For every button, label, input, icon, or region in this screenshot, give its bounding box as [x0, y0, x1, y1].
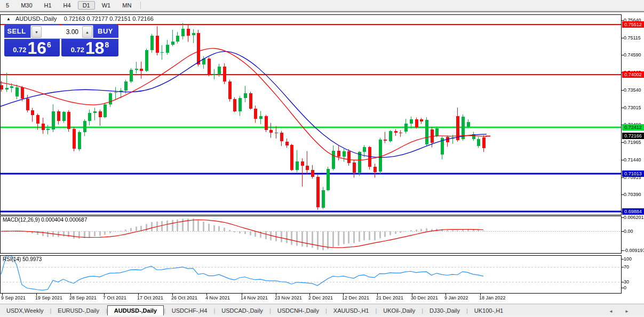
- price-axis-tick: 0.71440: [624, 157, 641, 162]
- volume-input[interactable]: [42, 26, 82, 38]
- symbol-tab-usdchf-h4[interactable]: USDCHF-,H4: [165, 306, 214, 316]
- symbol-tab-usdcad-daily[interactable]: USDCAD-,Daily: [215, 306, 269, 316]
- date-axis-label: 14 Nov 2021: [241, 295, 268, 300]
- price-axis-tick: 0.71965: [624, 140, 641, 145]
- buy-price: 0.72 18 8: [61, 38, 118, 56]
- level-price-label: 0.72412: [622, 124, 644, 131]
- symbol-tab-eurusd-daily[interactable]: EURUSD-,Daily: [51, 306, 106, 316]
- rsi-axis-tick: 70: [624, 264, 629, 270]
- timeframe-button-w1[interactable]: W1: [97, 1, 116, 10]
- symbol-tab-ukoil-daily[interactable]: UKOil-,Daily: [377, 306, 422, 316]
- chart-ohlc-values: 0.72163 0.72177 0.72151 0.72166: [64, 15, 154, 22]
- date-axis-label: 26 Oct 2021: [171, 295, 197, 300]
- sell-price-pipette: 6: [47, 40, 51, 49]
- macd-axis-tick: -0.009197: [624, 248, 644, 253]
- sell-price: 0.72 16 6: [4, 38, 60, 56]
- rsi-axis-tick: 30: [624, 279, 629, 285]
- symbol-tab-bar: USDX,Weekly|EURUSD-,Daily|AUDUSD-,Daily|…: [0, 304, 644, 316]
- macd-axis-tick: 0.00: [624, 229, 633, 234]
- date-axis-label: 18 Jan 2022: [479, 295, 506, 300]
- volume-decrease-button[interactable]: ▼: [31, 26, 42, 38]
- date-axis-label: 9 Sep 2021: [1, 295, 26, 300]
- collapse-triangle-icon[interactable]: ▲: [6, 17, 11, 21]
- chart-title: ▲ AUDUSD-,Daily 0.72163 0.72177 0.72151 …: [6, 15, 154, 22]
- symbol-tab-xauusd-h1[interactable]: XAUUSD-,H1: [327, 306, 376, 316]
- buy-price-pipette: 8: [105, 40, 109, 49]
- volume-control: ▼ ▲: [30, 25, 93, 39]
- macd-indicator-label: MACD(12,26,9) 0.000404 0.000687: [3, 217, 87, 223]
- date-axis-label: 7 Oct 2021: [103, 295, 126, 300]
- timeframe-toolbar: 5M30H1H4D1W1MN: [0, 0, 644, 11]
- buy-price-big: 18: [85, 40, 105, 56]
- toolbar-separator: [140, 2, 141, 9]
- level-price-label: 0.69884: [622, 208, 644, 215]
- chart-symbol-label: AUDUSD-,Daily: [15, 15, 57, 22]
- level-price-label: 0.74002: [622, 71, 644, 78]
- date-axis-label: 2 Dec 2021: [308, 295, 333, 300]
- one-click-trading-panel: SELL 0.72 16 6 BUY 0.72 18 8 ▼: [4, 25, 118, 56]
- timeframe-button-d1[interactable]: D1: [78, 1, 95, 10]
- date-axis-label: 9 Jan 2022: [444, 295, 468, 300]
- date-axis-label: 28 Sep 2021: [69, 295, 97, 300]
- rsi-axis-tick: 100: [624, 256, 632, 262]
- tab-scroll-arrows[interactable]: ◄ ►: [609, 309, 634, 314]
- date-axis-label: 17 Oct 2021: [137, 295, 163, 300]
- current-price-label: 0.72166: [622, 133, 644, 139]
- date-axis-label: 4 Nov 2021: [205, 295, 230, 300]
- timeframe-button-5[interactable]: 5: [1, 1, 14, 10]
- price-axis-tick: 0.74590: [624, 52, 641, 58]
- price-axis-tick: 0.73540: [624, 87, 641, 93]
- date-axis-label: 19 Sep 2021: [35, 295, 62, 300]
- date-axis-label: 23 Nov 2021: [275, 295, 302, 300]
- volume-increase-button[interactable]: ▲: [82, 26, 92, 38]
- price-axis-tick: 0.75115: [624, 35, 641, 40]
- sell-price-big: 16: [27, 40, 46, 56]
- sell-price-prefix: 0.72: [13, 46, 26, 54]
- rsi-axis-tick: 0: [624, 285, 626, 290]
- symbol-tab-usdx-weekly[interactable]: USDX,Weekly: [0, 306, 50, 316]
- level-price-label: 0.75512: [622, 21, 644, 28]
- timeframe-button-m30[interactable]: M30: [16, 1, 37, 10]
- price-axis-tick: 0.73015: [624, 105, 641, 110]
- price-axis-tick: 0.70390: [624, 192, 641, 197]
- buy-price-prefix: 0.72: [71, 46, 84, 54]
- timeframe-button-h1[interactable]: H1: [39, 1, 57, 10]
- date-axis-label: 30 Dec 2021: [411, 295, 438, 300]
- chart-window: ▲ AUDUSD-,Daily 0.72163 0.72177 0.72151 …: [0, 11, 644, 304]
- symbol-tab-audusd-daily[interactable]: AUDUSD-,Daily: [107, 305, 164, 316]
- rsi-indicator-label: RSI(14) 50.9973: [3, 256, 42, 262]
- date-axis-label: 21 Dec 2021: [376, 295, 403, 300]
- timeframe-button-h4[interactable]: H4: [59, 1, 76, 10]
- level-price-label: 0.71013: [622, 170, 644, 177]
- date-axis-label: 12 Dec 2021: [342, 295, 369, 300]
- symbol-tab-usdcnh-daily[interactable]: USDCNH-,Daily: [271, 306, 325, 316]
- symbol-tab-dj30-daily[interactable]: DJ30-,Daily: [423, 306, 466, 316]
- trading-platform-window: { "toolbar": { "timeframes": ["5", "M30"…: [0, 0, 644, 317]
- timeframe-button-mn[interactable]: MN: [117, 1, 136, 10]
- macd-axis-tick: 0.006201: [624, 215, 644, 220]
- symbol-tab-uk100-h1[interactable]: UK100-,H1: [468, 306, 510, 316]
